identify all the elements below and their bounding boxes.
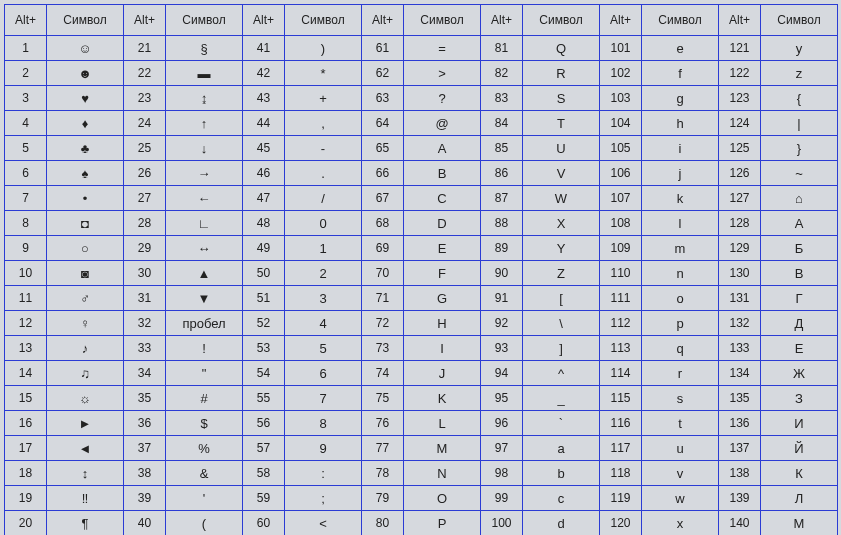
symbol-cell: e [642, 36, 719, 61]
symbol-cell: E [404, 236, 481, 261]
alt-code-cell: 110 [600, 261, 642, 286]
alt-code-cell: 75 [362, 386, 404, 411]
symbol-cell: 8 [285, 411, 362, 436]
alt-code-cell: 87 [481, 186, 523, 211]
symbol-cell: ♦ [47, 111, 124, 136]
symbol-cell: И [761, 411, 838, 436]
alt-code-cell: 44 [243, 111, 285, 136]
alt-code-cell: 36 [124, 411, 166, 436]
symbol-cell: ◄ [47, 436, 124, 461]
alt-code-cell: 101 [600, 36, 642, 61]
symbol-cell: ♫ [47, 361, 124, 386]
symbol-cell: → [166, 161, 243, 186]
table-row: 16►36$56876L96`116t136И [5, 411, 838, 436]
symbol-cell: H [404, 311, 481, 336]
symbol-cell: M [404, 436, 481, 461]
alt-code-cell: 70 [362, 261, 404, 286]
alt-code-cell: 109 [600, 236, 642, 261]
symbol-cell: r [642, 361, 719, 386]
alt-code-cell: 38 [124, 461, 166, 486]
symbol-cell: * [285, 61, 362, 86]
alt-code-cell: 66 [362, 161, 404, 186]
symbol-cell: G [404, 286, 481, 311]
alt-code-cell: 103 [600, 86, 642, 111]
symbol-cell: R [523, 61, 600, 86]
symbol-cell: ) [285, 36, 362, 61]
alt-code-cell: 83 [481, 86, 523, 111]
alt-code-cell: 86 [481, 161, 523, 186]
symbol-cell: 7 [285, 386, 362, 411]
symbol-cell: ! [166, 336, 243, 361]
symbol-cell: Г [761, 286, 838, 311]
alt-code-cell: 89 [481, 236, 523, 261]
table-row: 19‼39'59;79O99c119w139Л [5, 486, 838, 511]
symbol-cell: W [523, 186, 600, 211]
alt-code-cell: 24 [124, 111, 166, 136]
symbol-cell: ( [166, 511, 243, 536]
alt-code-cell: 123 [719, 86, 761, 111]
symbol-cell: ☺ [47, 36, 124, 61]
alt-code-cell: 136 [719, 411, 761, 436]
alt-code-cell: 69 [362, 236, 404, 261]
header-alt: Alt+ [362, 5, 404, 36]
alt-code-cell: 135 [719, 386, 761, 411]
alt-code-cell: 137 [719, 436, 761, 461]
alt-code-cell: 99 [481, 486, 523, 511]
alt-code-cell: 96 [481, 411, 523, 436]
alt-code-cell: 111 [600, 286, 642, 311]
alt-code-cell: 60 [243, 511, 285, 536]
alt-code-cell: 49 [243, 236, 285, 261]
symbol-cell: F [404, 261, 481, 286]
symbol-cell: § [166, 36, 243, 61]
symbol-cell: Е [761, 336, 838, 361]
alt-code-cell: 79 [362, 486, 404, 511]
symbol-cell: ♥ [47, 86, 124, 111]
symbol-cell: ⌂ [761, 186, 838, 211]
alt-code-cell: 12 [5, 311, 47, 336]
symbol-cell: З [761, 386, 838, 411]
symbol-cell: ∟ [166, 211, 243, 236]
symbol-cell: d [523, 511, 600, 536]
symbol-cell: @ [404, 111, 481, 136]
symbol-cell: ◘ [47, 211, 124, 236]
alt-code-cell: 14 [5, 361, 47, 386]
alt-code-cell: 73 [362, 336, 404, 361]
table-row: 13♪33!53573I93]113q133Е [5, 336, 838, 361]
symbol-cell: ► [47, 411, 124, 436]
alt-code-cell: 33 [124, 336, 166, 361]
symbol-cell: / [285, 186, 362, 211]
alt-code-cell: 139 [719, 486, 761, 511]
alt-code-cell: 95 [481, 386, 523, 411]
alt-code-cell: 53 [243, 336, 285, 361]
alt-code-cell: 9 [5, 236, 47, 261]
symbol-cell: n [642, 261, 719, 286]
symbol-cell: U [523, 136, 600, 161]
header-symbol: Символ [761, 5, 838, 36]
symbol-cell: c [523, 486, 600, 511]
symbol-cell: # [166, 386, 243, 411]
symbol-cell: g [642, 86, 719, 111]
alt-code-cell: 37 [124, 436, 166, 461]
symbol-cell: b [523, 461, 600, 486]
symbol-cell: & [166, 461, 243, 486]
alt-code-cell: 25 [124, 136, 166, 161]
alt-code-cell: 16 [5, 411, 47, 436]
table-row: 17◄37%57977M97a117u137Й [5, 436, 838, 461]
alt-code-cell: 7 [5, 186, 47, 211]
table-row: 2☻22▬42*62>82R102f122z [5, 61, 838, 86]
symbol-cell: ↓ [166, 136, 243, 161]
table-row: 15☼35#55775K95_115s135З [5, 386, 838, 411]
alt-code-cell: 57 [243, 436, 285, 461]
alt-code-cell: 98 [481, 461, 523, 486]
header-alt: Alt+ [600, 5, 642, 36]
alt-code-cell: 121 [719, 36, 761, 61]
alt-code-cell: 124 [719, 111, 761, 136]
alt-code-cell: 114 [600, 361, 642, 386]
alt-code-cell: 8 [5, 211, 47, 236]
alt-code-cell: 128 [719, 211, 761, 236]
symbol-cell: ♪ [47, 336, 124, 361]
alt-code-cell: 52 [243, 311, 285, 336]
alt-code-cell: 118 [600, 461, 642, 486]
table-row: 4♦24↑44,64@84T104h124| [5, 111, 838, 136]
alt-code-cell: 23 [124, 86, 166, 111]
